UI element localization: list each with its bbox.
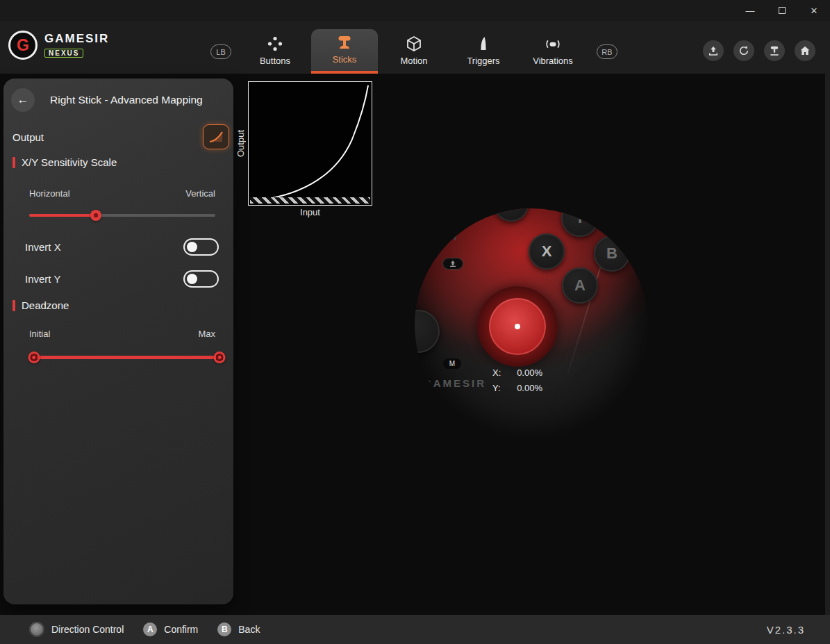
close-button[interactable]: ✕ [798,0,830,21]
controller-share-button [442,258,463,270]
invert-y-label: Invert Y [25,273,60,285]
x-readout-value: 0.00% [506,368,542,378]
tab-vibrations[interactable]: Vibrations [520,29,586,74]
panel-header: ← Right Stick - Advanced Mapping [11,88,224,112]
deadzone-initial-handle[interactable] [28,352,40,363]
output-row: Output [13,123,229,151]
output-curve-button[interactable] [203,124,229,149]
invert-x-toggle[interactable] [183,238,219,256]
sticks-icon [336,34,353,51]
controller-button-x: X [529,233,565,270]
controller-preview: Y X B A M GAMESIR X: 0.00% Y: 0.00% [415,208,648,442]
brand: G GAMESIR NEXUS [8,31,109,60]
controller-button-b: B [594,236,630,272]
invert-y-toggle[interactable] [183,270,219,288]
brand-subtitle: NEXUS [44,49,83,58]
reset-button[interactable] [733,40,754,61]
share-icon [449,261,457,267]
a-key-badge: A [143,622,157,636]
tab-label: Vibrations [533,56,573,66]
y-readout-value: 0.00% [506,383,542,393]
response-curve-graph [248,81,372,206]
invert-x-label: Invert X [25,241,61,253]
upload-icon [707,44,720,57]
deadzone-slider[interactable] [34,351,219,363]
maximize-button[interactable] [766,0,798,21]
toggle-knob [187,274,197,284]
slider-handle[interactable] [90,210,101,221]
back-label: Back [238,624,260,635]
footer-hint-bar: Direction Control A Confirm B Back V2.3.… [0,615,830,644]
y-readout-label: Y: [492,383,506,393]
rb-badge: RB [597,44,617,59]
toggle-knob [187,242,197,252]
stick-icon [29,622,44,637]
invert-x-row: Invert X [25,237,219,256]
max-label: Max [198,329,215,339]
stick-test-button[interactable] [764,40,785,61]
x-readout-label: X: [492,368,506,378]
sensitivity-labels: Horizontal Vertical [29,188,215,199]
stick-readout: X: 0.00% Y: 0.00% [492,365,542,395]
right-stick-cap [489,298,546,355]
panel-title: Right Stick - Advanced Mapping [50,94,203,106]
lb-badge: LB [210,44,231,59]
triggers-icon [475,35,492,52]
controller-brand-text: GAMESIR [423,377,486,389]
vertical-label: Vertical [185,188,215,199]
scrollbar[interactable] [825,74,830,615]
minimize-button[interactable]: — [734,0,766,21]
motion-icon [406,35,422,52]
b-key-badge: B [217,622,231,636]
slider-fill [29,214,96,217]
tab-label: Sticks [333,54,357,65]
sensitivity-slider[interactable] [29,209,215,222]
right-stick [477,286,558,367]
window-controls: — ✕ [734,0,830,21]
deadzone-max-handle[interactable] [214,352,226,363]
buttons-icon [267,35,283,52]
stick-test-icon [768,44,781,57]
direction-control-label: Direction Control [51,624,124,635]
header-actions [703,40,815,61]
confirm-label: Confirm [164,624,198,635]
home-button[interactable] [795,40,815,61]
graph-y-axis-label: Output [233,81,247,206]
nav-tabs: Buttons Sticks Motion [242,29,586,74]
sensitivity-section-heading: X/Y Sensitivity Scale [13,156,117,168]
horizontal-label: Horizontal [29,188,70,199]
header: G GAMESIR NEXUS LB Buttons [0,21,830,74]
curve-icon [208,131,224,143]
tab-sticks[interactable]: Sticks [311,29,378,74]
stick-position-dot [515,324,520,329]
vibrations-icon [545,35,561,52]
confirm-hint: A Confirm [143,622,198,636]
accent-bar [13,300,15,311]
tab-motion[interactable]: Motion [381,29,447,74]
tab-buttons[interactable]: Buttons [242,29,308,74]
titlebar[interactable]: — ✕ [0,0,830,21]
home-icon [799,44,811,57]
brand-name: GAMESIR [44,32,109,46]
deadzone-hatch-strip [250,197,370,204]
reset-icon [738,44,750,57]
advanced-mapping-panel: ← Right Stick - Advanced Mapping Output … [3,79,233,604]
direction-control-hint: Direction Control [29,622,124,637]
version-label: V2.3.3 [767,624,805,636]
response-curve [249,82,372,205]
initial-label: Initial [29,329,50,339]
deadzone-labels: Initial Max [29,329,215,339]
accent-bar [13,157,15,168]
gamesir-logo-icon: G [8,31,38,60]
app-window: — ✕ G GAMESIR NEXUS LB Butto [0,0,830,644]
deadzone-section-heading: Deadzone [13,299,69,311]
output-label: Output [13,131,44,143]
invert-y-row: Invert Y [25,269,219,288]
tab-label: Triggers [467,56,499,66]
tab-triggers[interactable]: Triggers [450,29,517,74]
firmware-upgrade-button[interactable] [703,40,724,61]
controller-button-a: A [562,267,598,304]
back-button[interactable]: ← [11,88,35,112]
back-hint: B Back [217,622,260,636]
graph-x-axis-label: Input [248,207,372,217]
